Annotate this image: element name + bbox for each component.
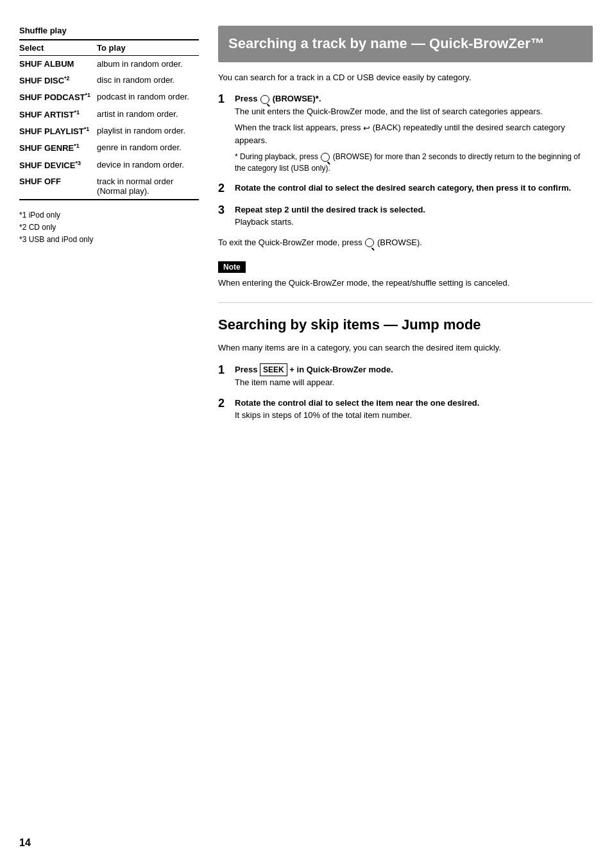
step1-body: The unit enters the Quick-BrowZer mode, …: [235, 107, 543, 116]
table-row: SHUF ARTIST*1artist in random order.: [19, 106, 199, 123]
section1-title-box: Searching a track by name — Quick-BrowZe…: [218, 26, 593, 62]
back-icon: ↩: [363, 122, 370, 135]
page-number: 14: [19, 837, 31, 849]
s2-step2-content: Rotate the control dial to select the it…: [235, 397, 593, 422]
step3-row: 3 Repeat step 2 until the desired track …: [218, 204, 593, 229]
col-play-header: To play: [97, 40, 199, 56]
table-cell-select: SHUF ARTIST*1: [19, 106, 97, 123]
s2-step2-row: 2 Rotate the control dial to select the …: [218, 397, 593, 422]
table-cell-select: SHUF GENRE*1: [19, 139, 97, 156]
s2-step2-body: It skips in steps of 10% of the total it…: [235, 410, 412, 420]
s2-step2-heading: Rotate the control dial to select the it…: [235, 398, 479, 408]
note-content: When entering the Quick-BrowZer mode, th…: [218, 277, 593, 290]
table-cell-play: device in random order.: [97, 157, 199, 173]
col-select-header: Select: [19, 40, 97, 56]
step1-row: 1 Press (BROWSE)*. The unit enters the Q…: [218, 92, 593, 117]
step3-number: 3: [218, 204, 230, 218]
s2-step1-heading: Press SEEK + in Quick-BrowZer mode.: [235, 365, 393, 374]
s2-step2-container: 2 Rotate the control dial to select the …: [218, 397, 593, 422]
step3-body: Playback starts.: [235, 217, 294, 227]
table-row: SHUF DISC*2disc in random order.: [19, 72, 199, 89]
table-cell-select: SHUF DISC*2: [19, 72, 97, 89]
table-cell-select: SHUF OFF: [19, 173, 97, 200]
step1-number: 1: [218, 92, 230, 107]
table-header-row: Select To play: [19, 40, 199, 56]
shuffle-play-title: Shuffle play: [19, 26, 199, 35]
table-cell-select: SHUF DEVICE*3: [19, 157, 97, 173]
step1-footnote: * During playback, press (BROWSE) for mo…: [235, 151, 593, 174]
s2-step1-content: Press SEEK + in Quick-BrowZer mode. The …: [235, 363, 593, 389]
left-column: Shuffle play Select To play SHUF ALBUMal…: [19, 26, 199, 842]
shuffle-table: Select To play SHUF ALBUMalbum in random…: [19, 39, 199, 200]
table-cell-select: SHUF ALBUM: [19, 56, 97, 73]
step3-container: 3 Repeat step 2 until the desired track …: [218, 204, 593, 229]
section1-intro: You can search for a track in a CD or US…: [218, 71, 593, 84]
step3-heading: Repeat step 2 until the desired track is…: [235, 205, 425, 214]
section2-title-box: Searching by skip items — Jump mode: [218, 316, 593, 334]
step3-content: Repeat step 2 until the desired track is…: [235, 204, 593, 229]
table-cell-play: genre in random order.: [97, 139, 199, 156]
browse-icon-3: [365, 238, 374, 247]
footnote-2: *2 CD only: [19, 221, 199, 234]
browse-icon-1: [260, 95, 269, 104]
table-row: SHUF GENRE*1genre in random order.: [19, 139, 199, 156]
step2-number: 2: [218, 182, 230, 196]
section1-title: Searching a track by name — Quick-BrowZe…: [228, 35, 582, 53]
table-row: SHUF OFFtrack in normal order (Normal pl…: [19, 173, 199, 200]
step2-container: 2 Rotate the control dial to select the …: [218, 182, 593, 196]
section2-title: Searching by skip items — Jump mode: [218, 316, 593, 334]
exit-note: To exit the Quick-BrowZer mode, press (B…: [218, 236, 593, 249]
step2-content: Rotate the control dial to select the de…: [235, 182, 593, 195]
s2-step2-number: 2: [218, 397, 230, 411]
footnote-1: *1 iPod only: [19, 209, 199, 221]
table-row: SHUF DEVICE*3device in random order.: [19, 157, 199, 173]
table-cell-play: artist in random order.: [97, 106, 199, 123]
section-divider: [218, 302, 593, 303]
table-cell-play: disc in random order.: [97, 72, 199, 89]
footnote-3: *3 USB and iPod only: [19, 234, 199, 246]
s2-step1-row: 1 Press SEEK + in Quick-BrowZer mode. Th…: [218, 363, 593, 389]
table-cell-play: podcast in random order.: [97, 89, 199, 105]
table-cell-play: album in random order.: [97, 56, 199, 73]
step2-heading: Rotate the control dial to select the de…: [235, 183, 571, 193]
note-label: Note: [218, 261, 246, 273]
table-cell-play: track in normal order (Normal play).: [97, 173, 199, 200]
section2-intro: When many items are in a category, you c…: [218, 342, 593, 354]
footnotes: *1 iPod only *2 CD only *3 USB and iPod …: [19, 209, 199, 247]
table-row: SHUF ALBUMalbum in random order.: [19, 56, 199, 73]
table-cell-play: playlist in random order.: [97, 123, 199, 139]
step1-container: 1 Press (BROWSE)*. The unit enters the Q…: [218, 92, 593, 174]
step1-heading: Press (BROWSE)*.: [235, 94, 321, 103]
step2-row: 2 Rotate the control dial to select the …: [218, 182, 593, 196]
table-cell-select: SHUF PODCAST*1: [19, 89, 97, 105]
right-column: Searching a track by name — Quick-BrowZe…: [218, 26, 593, 842]
table-row: SHUF PODCAST*1podcast in random order.: [19, 89, 199, 105]
table-row: SHUF PLAYLIST*1playlist in random order.: [19, 123, 199, 139]
s2-step1-container: 1 Press SEEK + in Quick-BrowZer mode. Th…: [218, 363, 593, 389]
browse-icon-2: [321, 153, 330, 162]
step1-content: Press (BROWSE)*. The unit enters the Qui…: [235, 92, 593, 117]
table-cell-select: SHUF PLAYLIST*1: [19, 123, 97, 139]
page-container: Shuffle play Select To play SHUF ALBUMal…: [0, 0, 612, 868]
seek-box: SEEK: [260, 363, 287, 376]
s2-step1-number: 1: [218, 363, 230, 378]
s2-step1-body: The item name will appear.: [235, 378, 334, 387]
step1-sub1: When the track list appears, press ↩ (BA…: [235, 121, 593, 147]
